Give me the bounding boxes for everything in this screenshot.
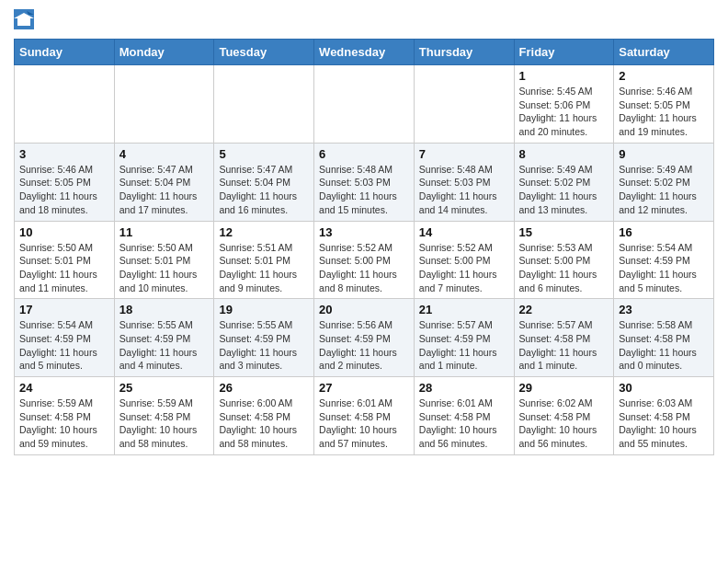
day-cell: 27Sunrise: 6:01 AMSunset: 4:58 PMDayligh… bbox=[314, 377, 415, 455]
day-cell: 2Sunrise: 5:46 AMSunset: 5:05 PMDaylight… bbox=[614, 65, 714, 144]
day-cell: 20Sunrise: 5:56 AMSunset: 4:59 PMDayligh… bbox=[314, 299, 415, 377]
day-info: Sunrise: 5:59 AMSunset: 4:58 PMDaylight:… bbox=[19, 396, 109, 451]
day-cell: 17Sunrise: 5:54 AMSunset: 4:59 PMDayligh… bbox=[15, 299, 115, 377]
day-number: 7 bbox=[419, 147, 509, 161]
weekday-monday: Monday bbox=[114, 40, 214, 65]
weekday-saturday: Saturday bbox=[614, 40, 714, 65]
day-number: 12 bbox=[219, 225, 309, 239]
day-cell: 8Sunrise: 5:49 AMSunset: 5:02 PMDaylight… bbox=[514, 143, 614, 221]
day-info: Sunrise: 5:59 AMSunset: 4:58 PMDaylight:… bbox=[119, 396, 210, 451]
day-cell: 10Sunrise: 5:50 AMSunset: 5:01 PMDayligh… bbox=[15, 221, 115, 299]
logo-icon bbox=[14, 9, 34, 29]
day-info: Sunrise: 5:54 AMSunset: 4:59 PMDaylight:… bbox=[619, 241, 709, 295]
day-number: 9 bbox=[619, 147, 709, 161]
week-row-3: 10Sunrise: 5:50 AMSunset: 5:01 PMDayligh… bbox=[15, 221, 714, 299]
day-number: 15 bbox=[519, 225, 609, 239]
day-info: Sunrise: 5:48 AMSunset: 5:03 PMDaylight:… bbox=[419, 163, 509, 217]
day-info: Sunrise: 6:01 AMSunset: 4:58 PMDaylight:… bbox=[319, 396, 409, 451]
day-number: 26 bbox=[219, 381, 309, 395]
weekday-thursday: Thursday bbox=[414, 40, 514, 65]
day-info: Sunrise: 5:46 AMSunset: 5:05 PMDaylight:… bbox=[19, 163, 109, 217]
day-number: 27 bbox=[319, 381, 409, 395]
day-number: 21 bbox=[419, 303, 509, 316]
week-row-2: 3Sunrise: 5:46 AMSunset: 5:05 PMDaylight… bbox=[15, 143, 714, 221]
day-info: Sunrise: 5:56 AMSunset: 4:59 PMDaylight:… bbox=[319, 318, 409, 373]
day-cell: 4Sunrise: 5:47 AMSunset: 5:04 PMDaylight… bbox=[114, 143, 214, 221]
weekday-tuesday: Tuesday bbox=[214, 40, 314, 65]
day-cell: 7Sunrise: 5:48 AMSunset: 5:03 PMDaylight… bbox=[414, 143, 514, 221]
weekday-sunday: Sunday bbox=[15, 40, 115, 65]
day-number: 23 bbox=[619, 303, 709, 316]
logo bbox=[14, 9, 36, 29]
day-number: 14 bbox=[419, 225, 509, 239]
day-number: 11 bbox=[119, 225, 210, 239]
day-info: Sunrise: 5:57 AMSunset: 4:58 PMDaylight:… bbox=[519, 318, 609, 373]
day-cell: 16Sunrise: 5:54 AMSunset: 4:59 PMDayligh… bbox=[614, 221, 714, 299]
day-info: Sunrise: 5:52 AMSunset: 5:00 PMDaylight:… bbox=[419, 241, 509, 295]
day-number: 1 bbox=[519, 69, 609, 83]
day-number: 3 bbox=[19, 147, 109, 161]
day-info: Sunrise: 6:02 AMSunset: 4:58 PMDaylight:… bbox=[519, 396, 609, 451]
day-cell: 9Sunrise: 5:49 AMSunset: 5:02 PMDaylight… bbox=[614, 143, 714, 221]
day-info: Sunrise: 5:55 AMSunset: 4:59 PMDaylight:… bbox=[219, 318, 309, 373]
day-number: 19 bbox=[219, 303, 309, 316]
day-number: 24 bbox=[19, 381, 109, 395]
day-cell: 26Sunrise: 6:00 AMSunset: 4:58 PMDayligh… bbox=[214, 377, 314, 455]
day-number: 6 bbox=[319, 147, 409, 161]
day-cell: 1Sunrise: 5:45 AMSunset: 5:06 PMDaylight… bbox=[514, 65, 614, 144]
day-number: 18 bbox=[119, 303, 210, 316]
day-cell: 25Sunrise: 5:59 AMSunset: 4:58 PMDayligh… bbox=[114, 377, 214, 455]
day-info: Sunrise: 5:49 AMSunset: 5:02 PMDaylight:… bbox=[619, 163, 709, 217]
week-row-5: 24Sunrise: 5:59 AMSunset: 4:58 PMDayligh… bbox=[15, 377, 714, 455]
day-info: Sunrise: 5:47 AMSunset: 5:04 PMDaylight:… bbox=[119, 163, 210, 217]
day-cell bbox=[15, 65, 115, 144]
week-row-1: 1Sunrise: 5:45 AMSunset: 5:06 PMDaylight… bbox=[15, 65, 714, 144]
day-cell: 19Sunrise: 5:55 AMSunset: 4:59 PMDayligh… bbox=[214, 299, 314, 377]
day-cell bbox=[214, 65, 314, 144]
day-info: Sunrise: 5:52 AMSunset: 5:00 PMDaylight:… bbox=[319, 241, 409, 295]
calendar: SundayMondayTuesdayWednesdayThursdayFrid… bbox=[14, 39, 714, 455]
day-info: Sunrise: 5:57 AMSunset: 4:59 PMDaylight:… bbox=[419, 318, 509, 373]
day-cell: 11Sunrise: 5:50 AMSunset: 5:01 PMDayligh… bbox=[114, 221, 214, 299]
weekday-header-row: SundayMondayTuesdayWednesdayThursdayFrid… bbox=[15, 40, 714, 65]
day-info: Sunrise: 6:03 AMSunset: 4:58 PMDaylight:… bbox=[619, 396, 709, 451]
day-cell: 21Sunrise: 5:57 AMSunset: 4:59 PMDayligh… bbox=[414, 299, 514, 377]
day-info: Sunrise: 5:55 AMSunset: 4:59 PMDaylight:… bbox=[119, 318, 210, 373]
day-cell: 13Sunrise: 5:52 AMSunset: 5:00 PMDayligh… bbox=[314, 221, 415, 299]
day-info: Sunrise: 5:46 AMSunset: 5:05 PMDaylight:… bbox=[619, 85, 709, 139]
day-cell: 24Sunrise: 5:59 AMSunset: 4:58 PMDayligh… bbox=[15, 377, 115, 455]
day-cell: 6Sunrise: 5:48 AMSunset: 5:03 PMDaylight… bbox=[314, 143, 415, 221]
day-number: 17 bbox=[19, 303, 109, 316]
day-number: 4 bbox=[119, 147, 210, 161]
weekday-friday: Friday bbox=[514, 40, 614, 65]
day-number: 30 bbox=[619, 381, 709, 395]
day-info: Sunrise: 5:58 AMSunset: 4:58 PMDaylight:… bbox=[619, 318, 709, 373]
day-cell: 18Sunrise: 5:55 AMSunset: 4:59 PMDayligh… bbox=[114, 299, 214, 377]
day-info: Sunrise: 5:45 AMSunset: 5:06 PMDaylight:… bbox=[519, 85, 609, 139]
day-info: Sunrise: 5:47 AMSunset: 5:04 PMDaylight:… bbox=[219, 163, 309, 217]
day-number: 29 bbox=[519, 381, 609, 395]
day-cell: 22Sunrise: 5:57 AMSunset: 4:58 PMDayligh… bbox=[514, 299, 614, 377]
day-cell: 30Sunrise: 6:03 AMSunset: 4:58 PMDayligh… bbox=[614, 377, 714, 455]
day-info: Sunrise: 5:50 AMSunset: 5:01 PMDaylight:… bbox=[19, 241, 109, 295]
day-info: Sunrise: 5:48 AMSunset: 5:03 PMDaylight:… bbox=[319, 163, 409, 217]
day-info: Sunrise: 5:54 AMSunset: 4:59 PMDaylight:… bbox=[19, 318, 109, 373]
day-info: Sunrise: 5:51 AMSunset: 5:01 PMDaylight:… bbox=[219, 241, 309, 295]
day-cell: 14Sunrise: 5:52 AMSunset: 5:00 PMDayligh… bbox=[414, 221, 514, 299]
weekday-wednesday: Wednesday bbox=[314, 40, 415, 65]
day-number: 20 bbox=[319, 303, 409, 316]
day-cell: 15Sunrise: 5:53 AMSunset: 5:00 PMDayligh… bbox=[514, 221, 614, 299]
day-number: 16 bbox=[619, 225, 709, 239]
week-row-4: 17Sunrise: 5:54 AMSunset: 4:59 PMDayligh… bbox=[15, 299, 714, 377]
day-number: 13 bbox=[319, 225, 409, 239]
day-number: 25 bbox=[119, 381, 210, 395]
day-cell: 12Sunrise: 5:51 AMSunset: 5:01 PMDayligh… bbox=[214, 221, 314, 299]
day-number: 2 bbox=[619, 69, 709, 83]
day-cell: 29Sunrise: 6:02 AMSunset: 4:58 PMDayligh… bbox=[514, 377, 614, 455]
header bbox=[14, 9, 714, 29]
day-number: 28 bbox=[419, 381, 509, 395]
day-number: 8 bbox=[519, 147, 609, 161]
day-cell bbox=[414, 65, 514, 144]
day-number: 10 bbox=[19, 225, 109, 239]
day-cell: 23Sunrise: 5:58 AMSunset: 4:58 PMDayligh… bbox=[614, 299, 714, 377]
